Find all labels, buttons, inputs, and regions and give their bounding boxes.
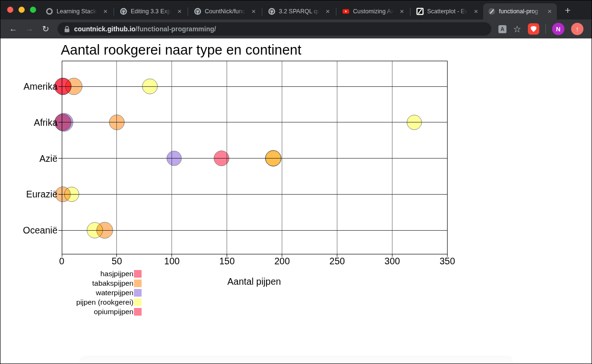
browser-toolbar: countnick.github.io/functional-programmi… xyxy=(0,19,592,38)
data-point-tabakspijpen xyxy=(96,222,113,238)
tab-title: Scatterplot - Ev xyxy=(427,8,468,15)
github-icon xyxy=(120,8,127,15)
back-button[interactable] xyxy=(7,23,19,35)
legend-label: tabakspijpen xyxy=(92,279,134,288)
tab-separator xyxy=(188,8,188,16)
bottom-scroll-hint xyxy=(81,357,511,364)
browser-tab-3-2-sparql-que[interactable]: 3.2 SPARQL que× xyxy=(263,3,335,19)
svg-text:300: 300 xyxy=(384,256,400,266)
data-point-waterpijpen xyxy=(167,151,181,166)
legend-item: pijpen (rookgerei) xyxy=(0,298,142,307)
url-host: countnick.github.io xyxy=(74,25,135,33)
legend-swatch xyxy=(134,280,142,287)
browser-tab-scatterplot-ev[interactable]: Scatterplot - Ev× xyxy=(411,3,483,19)
legend-label: pijpen (rookgerei) xyxy=(76,298,134,307)
forward-button[interactable] xyxy=(23,23,36,35)
legend-item: opiumpijpen xyxy=(0,307,142,317)
tab-title: Customizing Ax xyxy=(353,8,394,15)
bookmark-star-icon[interactable]: ☆ xyxy=(513,24,521,35)
url-path: /functional-programming/ xyxy=(135,25,216,33)
data-point-pijpen-rookgerei- xyxy=(142,79,157,94)
tab-strip: Learning Stacke×Editing 3.3 Expl×CountNi… xyxy=(0,0,592,19)
legend-label: waterpijpen xyxy=(96,289,134,297)
youtube-icon xyxy=(342,8,350,15)
data-point-opiumpijpen xyxy=(55,114,71,131)
svg-text:150: 150 xyxy=(220,256,235,266)
svg-text:0: 0 xyxy=(59,256,65,266)
svg-text:350: 350 xyxy=(439,256,455,266)
tab-close-icon[interactable]: × xyxy=(472,7,480,16)
data-point-tabakspijpen xyxy=(55,187,70,202)
minimize-window-button[interactable] xyxy=(19,7,25,13)
gridlines xyxy=(62,61,448,254)
tab-title: 3.2 SPARQL que xyxy=(279,8,320,15)
tabs-container: Learning Stacke×Editing 3.3 Expl×CountNi… xyxy=(41,0,557,19)
github-icon xyxy=(268,8,276,15)
svg-text:200: 200 xyxy=(274,256,290,266)
browser-tab-countnick-funct[interactable]: CountNick/funct× xyxy=(189,3,261,19)
svg-text:50: 50 xyxy=(112,256,122,266)
chart-svg: 050100150200250300350AmerikaAfrikaAziëEu… xyxy=(0,38,592,304)
zoom-window-button[interactable] xyxy=(30,7,36,13)
data-point-tabakspijpen xyxy=(266,150,281,166)
update-icon[interactable]: ↑ xyxy=(571,23,583,35)
x-tick-labels: 050100150200250300350 xyxy=(59,256,455,266)
tab-title: functional-prog xyxy=(499,8,542,15)
legend-label: hasjpijpen xyxy=(100,270,134,278)
legend-swatch xyxy=(134,308,142,316)
tab-close-icon[interactable]: × xyxy=(545,7,554,16)
legend-swatch xyxy=(134,270,142,278)
tab-title: CountNick/funct xyxy=(205,8,246,15)
svg-text:Eurazië: Eurazië xyxy=(26,189,57,199)
data-point-opiumpijpen xyxy=(55,78,71,95)
tab-close-icon[interactable]: × xyxy=(175,7,184,16)
svg-text:Afrika: Afrika xyxy=(34,117,57,128)
browser-tab-editing-3-3-expl[interactable]: Editing 3.3 Expl× xyxy=(115,3,187,19)
lock-icon xyxy=(64,26,70,33)
data-point-tabakspijpen xyxy=(109,115,124,130)
browser-tab-customizing-ax[interactable]: Customizing Ax× xyxy=(337,3,409,19)
window-controls xyxy=(7,7,36,13)
tab-title: Editing 3.3 Expl xyxy=(131,8,172,15)
tab-close-icon[interactable]: × xyxy=(398,7,406,16)
address-bar[interactable]: countnick.github.io/functional-programmi… xyxy=(57,22,491,36)
data-point-pijpen-rookgerei- xyxy=(407,115,421,130)
browser-tab-learning-stacke[interactable]: Learning Stacke× xyxy=(41,3,113,19)
tab-separator xyxy=(262,8,262,16)
tab-close-icon[interactable]: × xyxy=(101,7,110,16)
reload-button[interactable] xyxy=(39,23,52,35)
tab-close-icon[interactable]: × xyxy=(324,7,332,16)
tab-title: Learning Stacke xyxy=(57,8,98,15)
tab-separator xyxy=(410,8,411,16)
browser-window: Learning Stacke×Editing 3.3 Expl×CountNi… xyxy=(0,0,592,364)
legend-label: opiumpijpen xyxy=(94,308,134,316)
url-text: countnick.github.io/functional-programmi… xyxy=(74,25,216,33)
svg-text:Amerika: Amerika xyxy=(23,81,57,92)
chart-legend: hasjpijpentabakspijpenwaterpijpenpijpen … xyxy=(0,269,142,317)
github-icon xyxy=(194,8,201,15)
tab-separator xyxy=(114,8,114,16)
shield-icon xyxy=(531,26,536,32)
svg-text:100: 100 xyxy=(164,256,180,266)
tab-close-icon[interactable]: × xyxy=(249,7,258,16)
legend-swatch xyxy=(134,299,142,306)
adblock-extension-icon[interactable] xyxy=(528,23,539,35)
profile-avatar[interactable]: N xyxy=(552,23,564,35)
page-content: Aantal rookgerei naar type en continent … xyxy=(0,38,592,364)
legend-item: tabakspijpen xyxy=(0,279,142,288)
translate-icon[interactable]: A xyxy=(498,25,506,33)
close-window-button[interactable] xyxy=(7,7,13,13)
svg-text:250: 250 xyxy=(329,256,345,266)
legend-item: waterpijpen xyxy=(0,288,142,298)
tab-separator xyxy=(336,8,336,16)
browser-tab-functional-prog[interactable]: functional-prog× xyxy=(483,3,557,19)
svg-text:Azië: Azië xyxy=(39,153,57,164)
observable-icon xyxy=(416,8,424,15)
data-point-opiumpijpen xyxy=(214,151,229,166)
legend-swatch xyxy=(134,289,142,297)
svg-text:Oceanië: Oceanië xyxy=(23,225,57,235)
toolbar-separator xyxy=(545,24,546,34)
new-tab-button[interactable]: + xyxy=(561,3,575,17)
ring-icon xyxy=(46,8,53,15)
globe-icon xyxy=(488,8,496,15)
